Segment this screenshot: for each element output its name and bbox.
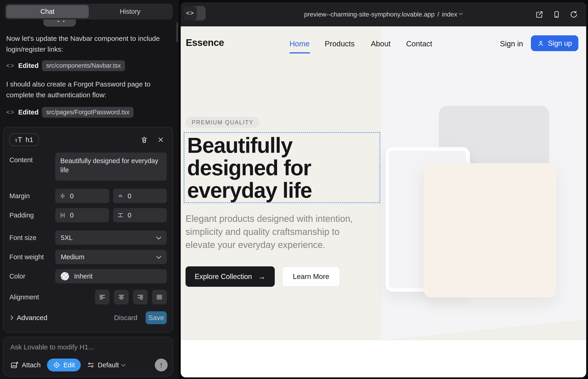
attach-image-icon — [10, 361, 19, 369]
composer-input[interactable] — [10, 343, 166, 351]
nav-products[interactable]: Products — [325, 39, 355, 48]
element-tag: h1 — [26, 136, 33, 144]
scrolled-message-bubble — [43, 19, 76, 27]
attach-button[interactable]: Attach — [10, 361, 41, 369]
chat-sidebar: Chat History Now let's update the Navbar… — [0, 0, 179, 379]
align-right-button[interactable] — [133, 290, 148, 304]
element-editor-panel: ᴛT h1 Content Beautifully designed for e… — [3, 127, 173, 333]
code-icon: <> — [6, 109, 15, 116]
align-center-icon — [118, 294, 125, 300]
edited-file-row[interactable]: <> Edited src/components/Navbar.tsx — [6, 60, 125, 71]
preview-browser-panel: <> preview--charming-site-symphony.lovab… — [181, 2, 586, 377]
hero-description: Elegant products designed with intention… — [186, 212, 371, 252]
margin-label: Margin — [9, 192, 55, 200]
padding-label: Padding — [9, 211, 55, 219]
site-viewport: Essence Home Products About Contact Sign… — [181, 26, 586, 377]
chat-scrollbar[interactable] — [176, 22, 178, 42]
margin-x-icon — [59, 193, 66, 199]
edited-label: Edited — [18, 109, 39, 116]
margin-y-icon — [117, 193, 124, 199]
sliders-icon — [87, 361, 94, 369]
padding-y-input[interactable]: 0 — [113, 208, 167, 222]
chevron-down-icon — [156, 254, 161, 259]
open-external-icon[interactable] — [535, 10, 543, 19]
nav-contact[interactable]: Contact — [406, 39, 432, 48]
save-button[interactable]: Save — [146, 311, 167, 324]
padding-x-input[interactable]: 0 — [55, 208, 109, 222]
explore-collection-button[interactable]: Explore Collection → — [186, 266, 275, 287]
nav-about[interactable]: About — [371, 39, 390, 48]
hero-heading[interactable]: Beautifully designed for everyday life — [184, 133, 380, 203]
arrow-right-icon: → — [258, 272, 265, 281]
sign-up-button[interactable]: Sign up — [531, 35, 578, 51]
user-icon — [537, 40, 544, 47]
active-nav-underline — [289, 52, 310, 53]
mobile-view-icon[interactable] — [553, 10, 560, 19]
assistant-message: I should also create a Forgot Password p… — [6, 79, 170, 100]
padding-y-icon — [117, 212, 124, 218]
arrow-up-icon: ↑ — [159, 360, 163, 370]
align-center-button[interactable] — [114, 290, 129, 304]
align-justify-button[interactable] — [152, 290, 167, 304]
decorative-card-cream — [424, 163, 556, 298]
margin-x-input[interactable]: 0 — [55, 189, 109, 203]
discard-button[interactable]: Discard — [114, 314, 137, 322]
close-icon[interactable] — [157, 137, 164, 143]
nav-home[interactable]: Home — [289, 39, 309, 48]
advanced-toggle[interactable]: Advanced — [9, 314, 47, 322]
file-path-pill[interactable]: src/pages/ForgotPassword.tsx — [42, 107, 134, 118]
refresh-icon[interactable] — [570, 10, 578, 19]
page-name: index — [442, 11, 457, 18]
chevron-down-icon — [121, 362, 125, 366]
browser-chrome: <> preview--charming-site-symphony.lovab… — [181, 2, 586, 26]
padding-x-icon — [59, 212, 66, 218]
code-icon: <> — [6, 62, 15, 69]
code-preview-toggle[interactable]: <> — [184, 6, 206, 20]
site-logo[interactable]: Essence — [186, 37, 224, 48]
chevron-down-icon — [156, 235, 161, 240]
content-label: Content — [9, 153, 55, 164]
file-path-pill[interactable]: src/components/Navbar.tsx — [42, 60, 125, 71]
font-weight-label: Font weight — [9, 253, 55, 261]
learn-more-button[interactable]: Learn More — [282, 266, 340, 287]
font-weight-select[interactable]: Medium — [55, 250, 167, 264]
selected-element-outline[interactable]: Beautifully designed for everyday life — [184, 132, 380, 203]
preview-url: preview--charming-site-symphony.lovable.… — [304, 11, 434, 18]
selected-element-badge[interactable]: ᴛT h1 — [9, 133, 39, 146]
text-type-icon: ᴛT — [15, 136, 22, 144]
font-size-label: Font size — [9, 234, 55, 242]
font-size-select[interactable]: 5XL — [55, 231, 167, 245]
chat-composer: Attach Edit Default ↑ — [3, 337, 173, 377]
sidebar-tabbar: Chat History — [5, 4, 173, 19]
edit-mode-button[interactable]: Edit — [47, 359, 81, 371]
alignment-label: Alignment — [9, 293, 55, 301]
tab-history[interactable]: History — [89, 5, 171, 18]
color-label: Color — [9, 272, 55, 280]
align-left-button[interactable] — [95, 290, 110, 304]
tab-chat[interactable]: Chat — [6, 5, 89, 18]
align-right-icon — [137, 294, 144, 300]
crosshair-icon — [53, 361, 60, 369]
send-button[interactable]: ↑ — [155, 359, 168, 371]
url-bar[interactable]: preview--charming-site-symphony.lovable.… — [304, 11, 463, 18]
align-left-icon — [99, 294, 106, 300]
edited-label: Edited — [18, 62, 39, 69]
mode-select[interactable]: Default — [87, 361, 125, 369]
delete-element-icon[interactable] — [140, 136, 148, 144]
chevron-right-icon — [9, 316, 13, 320]
chevron-down-icon — [459, 11, 463, 15]
sign-in-link[interactable]: Sign in — [500, 39, 523, 48]
content-input[interactable]: Beautifully designed for everyday life — [55, 153, 167, 181]
align-justify-icon — [156, 294, 163, 300]
code-icon: <> — [184, 6, 197, 20]
assistant-message: Now let's update the Navbar component to… — [6, 33, 170, 55]
color-swatch-checker — [61, 272, 69, 280]
next-section-background — [181, 340, 586, 377]
margin-y-input[interactable]: 0 — [113, 189, 167, 203]
premium-quality-badge: PREMIUM QUALITY — [186, 117, 260, 128]
color-select[interactable]: Inherit — [55, 269, 167, 283]
edited-file-row[interactable]: <> Edited src/pages/ForgotPassword.tsx — [6, 107, 134, 118]
